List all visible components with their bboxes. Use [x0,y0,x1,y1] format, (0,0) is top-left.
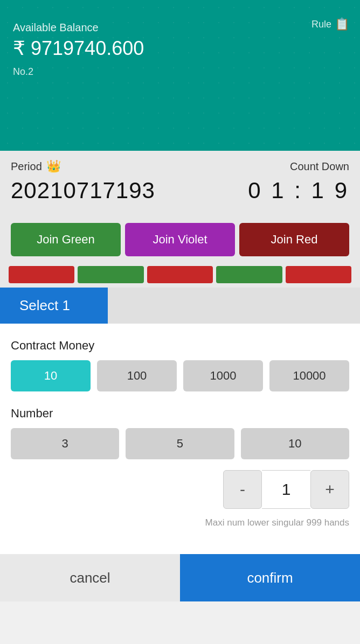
chip-red-1[interactable] [9,266,74,283]
crown-icon: 👑 [46,159,61,173]
footer-buttons: cancel confirm [0,554,360,601]
stepper-value: 1 [262,470,310,509]
select-tab-inactive [108,288,360,324]
modal-overlay: Select 1 Contract Money 10 100 1000 1000… [0,288,360,601]
contract-money-title: Contract Money [11,339,349,353]
countdown-value: 0 1 : 1 9 [248,178,349,204]
number-options: 3 5 10 [11,428,349,459]
balance-amount: ₹ 9719740.600 [13,37,347,60]
modal-content: Contract Money 10 100 1000 10000 Number … [0,324,360,554]
rule-icon: 📋 [335,17,349,31]
chip-green-2[interactable] [216,266,282,283]
stepper-plus-button[interactable]: + [310,470,349,509]
available-balance-label: Available Balance [13,22,347,34]
stepper-minus-button[interactable]: - [223,470,262,509]
money-option-10000[interactable]: 10000 [269,360,349,391]
join-red-button[interactable]: Join Red [239,223,349,256]
no-label: No.2 [13,66,347,78]
number-option-10[interactable]: 10 [241,428,349,459]
select-tab-active[interactable]: Select 1 [0,288,108,324]
join-buttons-row: Join Green Join Violet Join Red [0,216,360,263]
number-option-3[interactable]: 3 [11,428,119,459]
select-tab-row: Select 1 [0,288,360,324]
countdown-label: Count Down [290,160,349,173]
number-title: Number [11,407,349,421]
period-section: Period 👑 Count Down 20210717193 0 1 : 1 … [0,151,360,216]
period-label: Period 👑 [11,159,61,173]
join-green-button[interactable]: Join Green [11,223,121,256]
chip-red-2[interactable] [147,266,213,283]
maxi-note: Maxi num lower singular 999 hands [11,517,349,528]
chip-red-3[interactable] [286,266,351,283]
money-option-10[interactable]: 10 [11,360,91,391]
number-option-5[interactable]: 5 [126,428,234,459]
header-section: Rule 📋 Available Balance ₹ 9719740.600 N… [0,0,360,151]
rule-button[interactable]: Rule 📋 [311,17,349,31]
confirm-button[interactable]: confirm [180,554,360,601]
contract-money-options: 10 100 1000 10000 [11,360,349,391]
stepper-row: - 1 + [11,470,349,509]
color-chips-row [0,263,360,288]
rule-label: Rule [311,19,331,30]
join-violet-button[interactable]: Join Violet [125,223,235,256]
period-value: 20210717193 [11,178,155,204]
money-option-100[interactable]: 100 [97,360,177,391]
cancel-button[interactable]: cancel [0,554,180,601]
chip-green-1[interactable] [78,266,143,283]
money-option-1000[interactable]: 1000 [183,360,263,391]
